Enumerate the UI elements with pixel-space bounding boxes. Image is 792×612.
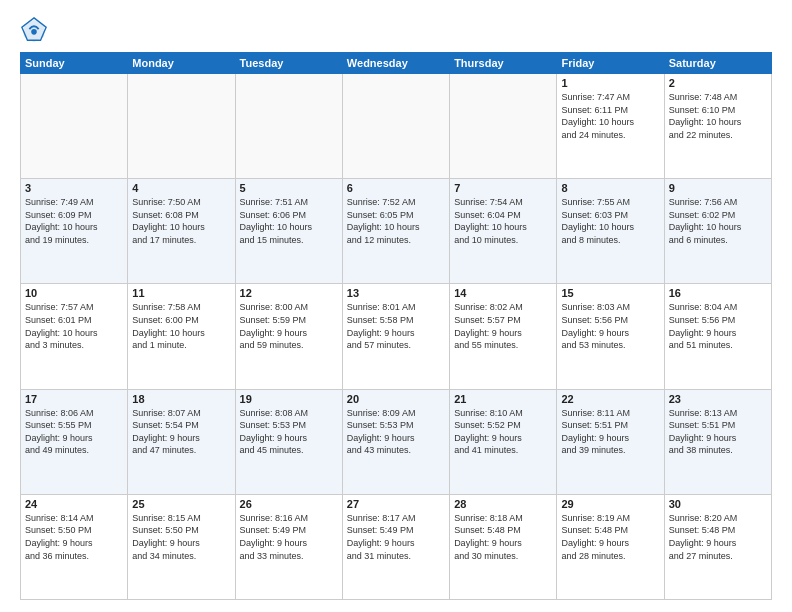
calendar-header-saturday: Saturday — [664, 53, 771, 74]
day-number: 29 — [561, 498, 659, 510]
day-info: Sunrise: 8:17 AM Sunset: 5:49 PM Dayligh… — [347, 512, 445, 562]
day-number: 14 — [454, 287, 552, 299]
calendar-cell: 8Sunrise: 7:55 AM Sunset: 6:03 PM Daylig… — [557, 179, 664, 284]
calendar-cell: 11Sunrise: 7:58 AM Sunset: 6:00 PM Dayli… — [128, 284, 235, 389]
day-info: Sunrise: 8:18 AM Sunset: 5:48 PM Dayligh… — [454, 512, 552, 562]
day-info: Sunrise: 7:50 AM Sunset: 6:08 PM Dayligh… — [132, 196, 230, 246]
day-info: Sunrise: 8:15 AM Sunset: 5:50 PM Dayligh… — [132, 512, 230, 562]
day-info: Sunrise: 8:19 AM Sunset: 5:48 PM Dayligh… — [561, 512, 659, 562]
day-info: Sunrise: 7:56 AM Sunset: 6:02 PM Dayligh… — [669, 196, 767, 246]
day-number: 11 — [132, 287, 230, 299]
header — [20, 16, 772, 44]
day-number: 8 — [561, 182, 659, 194]
day-number: 26 — [240, 498, 338, 510]
day-info: Sunrise: 7:52 AM Sunset: 6:05 PM Dayligh… — [347, 196, 445, 246]
calendar-cell: 18Sunrise: 8:07 AM Sunset: 5:54 PM Dayli… — [128, 389, 235, 494]
calendar-cell: 24Sunrise: 8:14 AM Sunset: 5:50 PM Dayli… — [21, 494, 128, 599]
day-number: 2 — [669, 77, 767, 89]
calendar-cell: 13Sunrise: 8:01 AM Sunset: 5:58 PM Dayli… — [342, 284, 449, 389]
calendar-cell: 6Sunrise: 7:52 AM Sunset: 6:05 PM Daylig… — [342, 179, 449, 284]
calendar-cell: 22Sunrise: 8:11 AM Sunset: 5:51 PM Dayli… — [557, 389, 664, 494]
calendar-week-4: 17Sunrise: 8:06 AM Sunset: 5:55 PM Dayli… — [21, 389, 772, 494]
day-info: Sunrise: 8:14 AM Sunset: 5:50 PM Dayligh… — [25, 512, 123, 562]
day-number: 30 — [669, 498, 767, 510]
calendar-cell: 17Sunrise: 8:06 AM Sunset: 5:55 PM Dayli… — [21, 389, 128, 494]
calendar-table: SundayMondayTuesdayWednesdayThursdayFrid… — [20, 52, 772, 600]
day-info: Sunrise: 7:47 AM Sunset: 6:11 PM Dayligh… — [561, 91, 659, 141]
day-info: Sunrise: 7:48 AM Sunset: 6:10 PM Dayligh… — [669, 91, 767, 141]
day-info: Sunrise: 8:13 AM Sunset: 5:51 PM Dayligh… — [669, 407, 767, 457]
calendar-header-tuesday: Tuesday — [235, 53, 342, 74]
calendar-cell: 15Sunrise: 8:03 AM Sunset: 5:56 PM Dayli… — [557, 284, 664, 389]
day-info: Sunrise: 7:54 AM Sunset: 6:04 PM Dayligh… — [454, 196, 552, 246]
calendar-cell: 1Sunrise: 7:47 AM Sunset: 6:11 PM Daylig… — [557, 74, 664, 179]
day-number: 5 — [240, 182, 338, 194]
calendar-header-friday: Friday — [557, 53, 664, 74]
calendar-cell: 12Sunrise: 8:00 AM Sunset: 5:59 PM Dayli… — [235, 284, 342, 389]
day-info: Sunrise: 8:10 AM Sunset: 5:52 PM Dayligh… — [454, 407, 552, 457]
day-number: 3 — [25, 182, 123, 194]
calendar-cell — [21, 74, 128, 179]
calendar-cell: 29Sunrise: 8:19 AM Sunset: 5:48 PM Dayli… — [557, 494, 664, 599]
day-number: 15 — [561, 287, 659, 299]
calendar-cell: 10Sunrise: 7:57 AM Sunset: 6:01 PM Dayli… — [21, 284, 128, 389]
day-info: Sunrise: 8:11 AM Sunset: 5:51 PM Dayligh… — [561, 407, 659, 457]
day-info: Sunrise: 8:02 AM Sunset: 5:57 PM Dayligh… — [454, 301, 552, 351]
calendar-cell: 21Sunrise: 8:10 AM Sunset: 5:52 PM Dayli… — [450, 389, 557, 494]
calendar-cell: 5Sunrise: 7:51 AM Sunset: 6:06 PM Daylig… — [235, 179, 342, 284]
day-number: 21 — [454, 393, 552, 405]
calendar-week-2: 3Sunrise: 7:49 AM Sunset: 6:09 PM Daylig… — [21, 179, 772, 284]
svg-point-2 — [31, 29, 37, 35]
calendar-header-sunday: Sunday — [21, 53, 128, 74]
day-info: Sunrise: 8:09 AM Sunset: 5:53 PM Dayligh… — [347, 407, 445, 457]
day-info: Sunrise: 8:07 AM Sunset: 5:54 PM Dayligh… — [132, 407, 230, 457]
calendar-header-thursday: Thursday — [450, 53, 557, 74]
calendar-week-5: 24Sunrise: 8:14 AM Sunset: 5:50 PM Dayli… — [21, 494, 772, 599]
calendar-cell: 4Sunrise: 7:50 AM Sunset: 6:08 PM Daylig… — [128, 179, 235, 284]
day-info: Sunrise: 7:57 AM Sunset: 6:01 PM Dayligh… — [25, 301, 123, 351]
day-info: Sunrise: 8:06 AM Sunset: 5:55 PM Dayligh… — [25, 407, 123, 457]
day-number: 20 — [347, 393, 445, 405]
calendar-cell: 16Sunrise: 8:04 AM Sunset: 5:56 PM Dayli… — [664, 284, 771, 389]
day-number: 9 — [669, 182, 767, 194]
day-info: Sunrise: 8:08 AM Sunset: 5:53 PM Dayligh… — [240, 407, 338, 457]
day-number: 22 — [561, 393, 659, 405]
day-info: Sunrise: 8:03 AM Sunset: 5:56 PM Dayligh… — [561, 301, 659, 351]
calendar-header-monday: Monday — [128, 53, 235, 74]
day-number: 7 — [454, 182, 552, 194]
calendar-cell: 26Sunrise: 8:16 AM Sunset: 5:49 PM Dayli… — [235, 494, 342, 599]
day-number: 13 — [347, 287, 445, 299]
calendar-week-1: 1Sunrise: 7:47 AM Sunset: 6:11 PM Daylig… — [21, 74, 772, 179]
calendar-cell: 27Sunrise: 8:17 AM Sunset: 5:49 PM Dayli… — [342, 494, 449, 599]
calendar-cell — [342, 74, 449, 179]
day-number: 23 — [669, 393, 767, 405]
logo — [20, 16, 52, 44]
calendar-cell — [450, 74, 557, 179]
calendar-cell: 28Sunrise: 8:18 AM Sunset: 5:48 PM Dayli… — [450, 494, 557, 599]
calendar-cell: 14Sunrise: 8:02 AM Sunset: 5:57 PM Dayli… — [450, 284, 557, 389]
day-info: Sunrise: 8:00 AM Sunset: 5:59 PM Dayligh… — [240, 301, 338, 351]
day-info: Sunrise: 8:16 AM Sunset: 5:49 PM Dayligh… — [240, 512, 338, 562]
page: SundayMondayTuesdayWednesdayThursdayFrid… — [0, 0, 792, 612]
day-info: Sunrise: 8:01 AM Sunset: 5:58 PM Dayligh… — [347, 301, 445, 351]
calendar-cell: 23Sunrise: 8:13 AM Sunset: 5:51 PM Dayli… — [664, 389, 771, 494]
calendar-cell: 19Sunrise: 8:08 AM Sunset: 5:53 PM Dayli… — [235, 389, 342, 494]
day-number: 28 — [454, 498, 552, 510]
day-info: Sunrise: 7:55 AM Sunset: 6:03 PM Dayligh… — [561, 196, 659, 246]
calendar-cell: 3Sunrise: 7:49 AM Sunset: 6:09 PM Daylig… — [21, 179, 128, 284]
day-number: 1 — [561, 77, 659, 89]
calendar-cell: 25Sunrise: 8:15 AM Sunset: 5:50 PM Dayli… — [128, 494, 235, 599]
calendar-cell: 30Sunrise: 8:20 AM Sunset: 5:48 PM Dayli… — [664, 494, 771, 599]
day-number: 18 — [132, 393, 230, 405]
day-number: 17 — [25, 393, 123, 405]
day-info: Sunrise: 7:58 AM Sunset: 6:00 PM Dayligh… — [132, 301, 230, 351]
calendar-cell: 7Sunrise: 7:54 AM Sunset: 6:04 PM Daylig… — [450, 179, 557, 284]
day-number: 25 — [132, 498, 230, 510]
day-number: 27 — [347, 498, 445, 510]
calendar-cell: 9Sunrise: 7:56 AM Sunset: 6:02 PM Daylig… — [664, 179, 771, 284]
calendar-cell — [235, 74, 342, 179]
calendar-header-row: SundayMondayTuesdayWednesdayThursdayFrid… — [21, 53, 772, 74]
day-number: 6 — [347, 182, 445, 194]
day-info: Sunrise: 7:51 AM Sunset: 6:06 PM Dayligh… — [240, 196, 338, 246]
calendar-week-3: 10Sunrise: 7:57 AM Sunset: 6:01 PM Dayli… — [21, 284, 772, 389]
